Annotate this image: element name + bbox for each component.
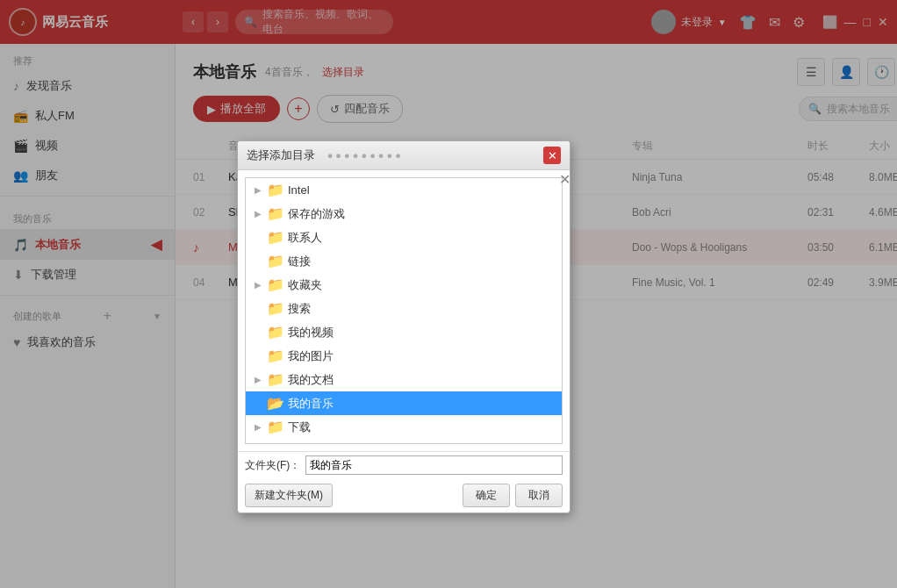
- expand-icon: ▶: [253, 185, 263, 195]
- new-folder-button[interactable]: 新建文件夹(M): [245, 484, 333, 507]
- tree-item-contacts[interactable]: 📁 联系人: [246, 226, 562, 249]
- tree-item-my-videos[interactable]: 📁 我的视频: [246, 320, 562, 344]
- tree-item-my-music[interactable]: 📂 我的音乐: [246, 391, 562, 415]
- expand-icon: ▶: [253, 280, 263, 290]
- folder-icon: 📁: [267, 324, 284, 341]
- confirm-button[interactable]: 确定: [463, 484, 510, 507]
- folder-icon: 📁: [267, 276, 284, 293]
- tree-item-label: 我的音乐: [288, 396, 334, 412]
- folder-icon: 📁: [267, 182, 284, 198]
- dialog-close-button[interactable]: ✕: [543, 147, 561, 164]
- folder-icon: 📁: [267, 419, 284, 435]
- dialog-title-blur: ● ● ● ● ● ● ● ● ●: [327, 150, 401, 161]
- tree-item-label: 搜索: [288, 301, 311, 317]
- folder-icon: 📁: [267, 442, 284, 444]
- dialog-footer-bar: 文件夹(F)：: [238, 451, 570, 478]
- tree-item-my-pictures[interactable]: 📁 我的图片: [246, 344, 562, 368]
- folder-icon: 📁: [267, 371, 284, 388]
- dialog-title-label: 选择添加目录: [247, 148, 315, 161]
- tree-item-label: 下载: [288, 419, 311, 435]
- expand-icon: ▶: [253, 422, 263, 432]
- tree-item-downloads[interactable]: ▶ 📁 下载: [246, 415, 562, 439]
- tree-item-intel[interactable]: ▶ 📁 Intel: [246, 178, 562, 202]
- tree-item-desktop[interactable]: ▶ 📁 桌面: [246, 439, 562, 444]
- folder-icon: 📁: [267, 205, 284, 222]
- folder-icon: 📁: [267, 348, 284, 364]
- dialog-overlay: 选择添加目录 ● ● ● ● ● ● ● ● ● ✕ ▶ 📁 Intel ▶ 📁…: [0, 0, 897, 588]
- tree-item-label: 链接: [288, 254, 311, 269]
- cancel-button[interactable]: 取消: [515, 484, 563, 507]
- folder-input[interactable]: [305, 455, 563, 475]
- tree-item-label: Intel: [288, 183, 310, 197]
- folder-icon-selected: 📂: [267, 395, 284, 412]
- folder-tree[interactable]: ▶ 📁 Intel ▶ 📁 保存的游戏 📁 联系人 📁 链接: [245, 177, 563, 444]
- dialog-action-bar: 新建文件夹(M) 确定 取消: [238, 478, 570, 513]
- external-close-button[interactable]: ✕: [559, 171, 570, 188]
- expand-icon: ▶: [253, 375, 263, 384]
- tree-item-label: 收藏夹: [288, 277, 322, 293]
- tree-item-saved-games[interactable]: ▶ 📁 保存的游戏: [246, 202, 562, 226]
- tree-item-label: 我的图片: [288, 348, 334, 364]
- dialog-external-close: ✕: [559, 171, 570, 188]
- expand-icon: ▶: [253, 209, 263, 219]
- tree-item-label: 桌面: [288, 443, 311, 445]
- tree-item-favorites[interactable]: ▶ 📁 收藏夹: [246, 273, 562, 297]
- folder-icon: 📁: [267, 300, 284, 317]
- dialog-body: ▶ 📁 Intel ▶ 📁 保存的游戏 📁 联系人 📁 链接: [238, 170, 570, 451]
- folder-label: 文件夹(F)：: [245, 458, 300, 473]
- tree-item-label: 保存的游戏: [288, 206, 345, 222]
- tree-item-links[interactable]: 📁 链接: [246, 249, 562, 273]
- tree-item-my-docs[interactable]: ▶ 📁 我的文档: [246, 368, 562, 391]
- tree-item-label: 我的视频: [288, 325, 334, 341]
- tree-item-search[interactable]: 📁 搜索: [246, 297, 562, 320]
- dialog-title: 选择添加目录 ● ● ● ● ● ● ● ● ●: [247, 147, 543, 163]
- tree-item-label: 我的文档: [288, 372, 334, 388]
- folder-icon: 📁: [267, 253, 284, 269]
- tree-item-label: 联系人: [288, 230, 322, 246]
- dialog-title-bar: 选择添加目录 ● ● ● ● ● ● ● ● ● ✕: [238, 141, 570, 170]
- folder-icon: 📁: [267, 229, 284, 246]
- select-folder-dialog: 选择添加目录 ● ● ● ● ● ● ● ● ● ✕ ▶ 📁 Intel ▶ 📁…: [237, 140, 570, 513]
